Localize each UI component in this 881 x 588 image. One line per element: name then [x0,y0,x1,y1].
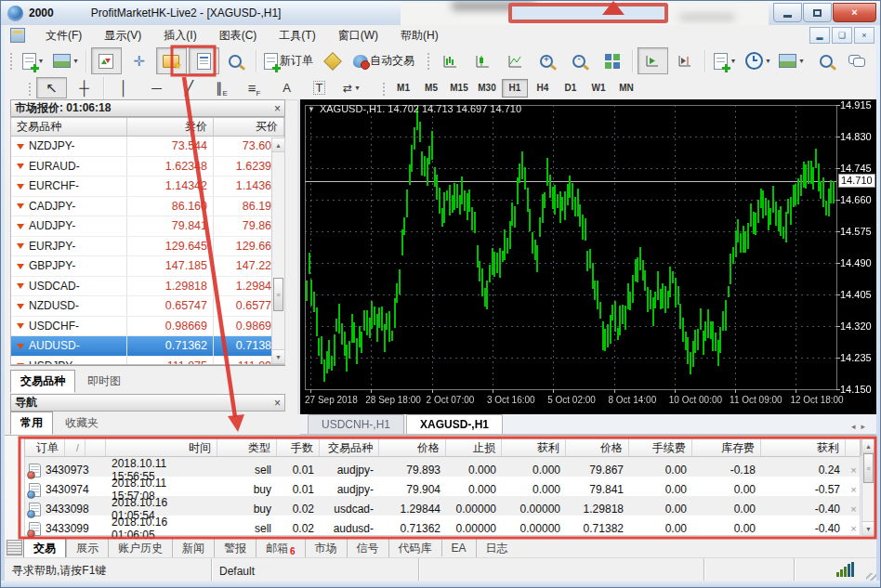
scrollbar-thumb[interactable]: ≡ [863,453,874,483]
trendline-button[interactable]: ╱ [174,77,204,98]
menu-item[interactable]: 图表(C) [208,25,269,46]
equidistant-channel-button[interactable]: ∥E [206,77,237,98]
timeframe-button[interactable]: M5 [418,79,444,98]
close-button[interactable]: × [833,3,876,22]
lots-column[interactable]: 手数 [277,439,320,456]
data-window-button[interactable]: ✛ [124,47,154,74]
zoom-in-button[interactable]: + [533,47,563,74]
market-watch-tab[interactable]: 交易品种 [10,370,75,393]
crosshair-tool-button[interactable]: ┼ [69,77,99,98]
time-axis[interactable]: 27 Sep 201828 Sep 18:002 Oct 07:003 Oct … [300,395,837,410]
timeframe-button[interactable]: D1 [558,79,584,98]
price-chart[interactable] [300,99,878,414]
market-watch-row[interactable]: EURJPY- 129.645 129.667 [11,237,284,257]
toolbar-grip[interactable] [27,81,32,96]
terminal-tab[interactable]: 账户历史 [108,539,172,558]
toolbar-grip[interactable] [381,81,386,96]
terminal-tab[interactable]: 信号 [347,539,388,558]
close-panel-icon[interactable]: × [274,397,281,410]
fibonacci-button[interactable]: ≡F [239,77,270,98]
market-watch-column-header[interactable]: 交易品种 卖价 买价 [10,117,285,137]
timeframe-button[interactable]: M30 [474,79,500,98]
navigator-tab[interactable]: 收藏夹 [55,412,109,435]
terminal-tab[interactable]: 代码库 [388,539,441,558]
close-panel-icon[interactable]: × [274,102,281,115]
search-icon[interactable] [820,55,833,68]
ask-column-header[interactable]: 买价 [214,118,284,136]
order-row[interactable]: 3433099 2018.10.16 01:06:05 sell 0.02 au… [25,516,860,535]
terminal-toggle[interactable] [189,47,219,74]
timeframe-button[interactable]: M1 [390,79,416,98]
market-watch-row[interactable]: CADJPY- 86.160 86.197 [11,197,284,217]
new-order-button[interactable]: 新订单 [261,47,316,74]
scroll-down-icon[interactable]: ▼ [272,349,284,363]
status-profile[interactable]: Default [212,558,419,583]
orders-column-header[interactable]: 订单/ 时间 类型 手数 交易品种 价格 止损 获利 价格 手续费 库存费 获利 [24,438,861,457]
profiles-button[interactable]: ▼ [50,47,82,74]
minimize-button[interactable] [773,3,802,22]
timeframe-button[interactable]: H4 [530,79,556,98]
market-watch-row[interactable]: USDCAD- 1.29818 1.29843 [11,277,284,297]
chart-shift-button[interactable] [670,47,701,74]
scroll-down-icon[interactable]: ▼ [862,521,874,535]
terminal-tab[interactable]: 新闻 [172,539,214,558]
toolbar-grip[interactable] [8,51,13,72]
metaeditor-button[interactable] [318,47,348,74]
arrows-tool-button[interactable]: ⇄▼ [336,77,367,98]
chat-icon[interactable] [848,55,865,67]
candlestick-button[interactable] [467,47,498,74]
cursor-tool-button[interactable]: ↖ [36,77,67,98]
chart-tab[interactable]: USDCNH-,H1 [308,414,404,434]
line-chart-button[interactable] [500,47,531,74]
order-row[interactable]: 3430974 2018.10.11 15:57:08 buy 0.01 aud… [25,477,860,496]
tile-windows-button[interactable] [598,47,628,74]
terminal-tab[interactable]: 日志 [476,539,518,558]
terminal-scrollbar[interactable]: ▲ ≡ ▼ [861,438,875,536]
symbol-column[interactable]: 交易品种 [320,439,379,456]
terminal-tab[interactable]: EA [441,540,476,556]
mdi-minimize-button[interactable]: ▂ [809,27,830,44]
market-watch-toggle[interactable] [91,47,122,74]
menu-item[interactable]: 帮助(H) [389,25,450,46]
indicators-button[interactable]: ▼ [710,47,741,74]
order-column[interactable]: 订单/ [25,439,106,456]
market-watch-row[interactable]: NZDUSD- 0.65747 0.65770 [11,296,284,317]
open-price-column[interactable]: 价格 [379,439,446,456]
symbol-column-header[interactable]: 交易品种 [11,118,127,136]
market-watch-row[interactable]: USDJPY- 111.875 111.894 [11,357,284,366]
mdi-restore-button[interactable]: ❏ [832,27,852,44]
swap-column[interactable]: 库存费 [692,439,761,456]
terminal-tab[interactable]: 警报 [214,539,256,558]
menu-item[interactable]: 窗口(W) [327,25,389,46]
scrollbar-thumb[interactable]: ≡ [273,278,283,311]
periods-button[interactable]: ▼ [743,47,774,74]
menu-item[interactable]: 插入(I) [152,25,207,46]
order-row[interactable]: 3433098 2018.10.16 01:05:54 buy 0.02 usd… [25,496,860,516]
bar-chart-button[interactable] [435,47,466,74]
navigator-toggle[interactable] [156,47,187,74]
zoom-out-button[interactable]: - [565,47,596,74]
toolbar-grip[interactable] [426,51,430,72]
chart-symbol-dropdown-icon[interactable]: ▼ [308,105,315,113]
market-watch-row[interactable]: NZDJPY- 73.544 73.601 [11,137,284,157]
menu-item[interactable]: 文件(F) [34,25,93,46]
timeframe-button[interactable]: MN [613,79,639,98]
market-watch-row[interactable]: AUDJPY- 79.841 79.867 [11,216,284,237]
terminal-tab[interactable]: 邮箱6 [256,539,305,558]
close-order-button[interactable]: × [846,516,861,542]
market-watch-row[interactable]: USDCHF- 0.98669 0.98691 [11,317,284,337]
titlebar[interactable]: 2000 ProfitMarketHK-Live2 - [XAGUSD-,H1]… [1,1,881,25]
market-watch-row[interactable]: EURCHF- 1.14342 1.14368 [11,176,284,197]
terminal-tab[interactable]: 展示 [66,539,108,558]
time-column[interactable]: 时间 [106,439,217,456]
type-column[interactable]: 类型 [217,439,277,456]
restore-button[interactable] [803,3,832,22]
price-axis[interactable]: 14.710 14.91514.83014.74514.66014.57514.… [840,99,878,389]
profit-column[interactable]: 获利 [761,439,846,456]
new-chart-button[interactable]: ▼ [18,47,48,74]
timeframe-button[interactable]: H1 [502,79,528,98]
chart-tab[interactable]: XAGUSD-,H1 [406,414,503,434]
mdi-close-button[interactable]: × [854,27,874,44]
menu-item[interactable]: 工具(T) [268,25,326,46]
market-watch-tab[interactable]: 即时图 [77,370,131,393]
